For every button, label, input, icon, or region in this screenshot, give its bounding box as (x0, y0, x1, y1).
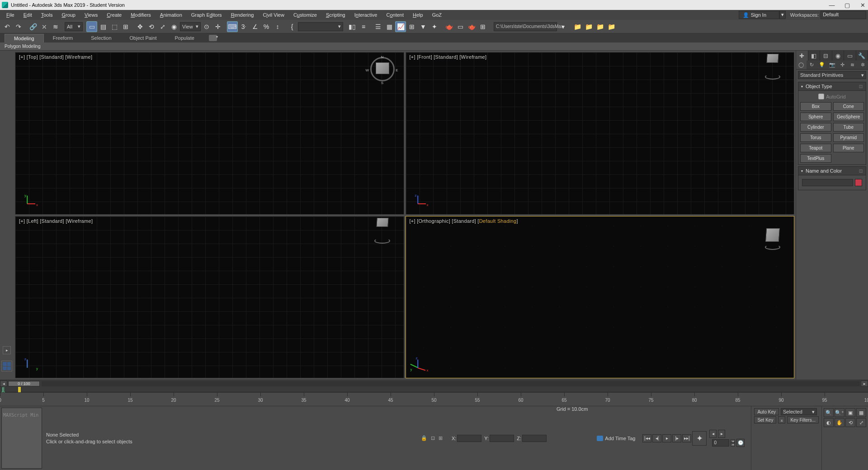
percent-snap-button[interactable]: % (261, 21, 272, 32)
render-production-button[interactable]: 🫖 (466, 21, 477, 32)
setkey-button[interactable]: Set Key (754, 416, 776, 423)
add-time-tag-button[interactable]: Add Time Tag (605, 436, 635, 441)
bind-spacewarp-button[interactable]: ≋ (50, 21, 61, 32)
particle-view-button[interactable]: ✦ (429, 21, 440, 32)
menu-file[interactable]: File (2, 11, 19, 19)
cp-sub-lights[interactable]: 💡 (816, 61, 827, 69)
mirror-button[interactable]: ▮▯ (347, 21, 358, 32)
workspaces-select[interactable]: Default (821, 11, 866, 19)
maxscript-mini-listener[interactable]: MAXScript Min (1, 408, 42, 469)
menu-edit[interactable]: Edit (19, 11, 37, 19)
x-coord-input[interactable] (457, 435, 481, 442)
menu-rendering[interactable]: Rendering (226, 11, 259, 19)
select-place-button[interactable]: ◉ (169, 21, 179, 32)
prev-key-button[interactable]: ◂ (709, 430, 717, 438)
viewcube-front[interactable] (760, 54, 785, 78)
scroll-right-button[interactable]: ▸ (861, 381, 868, 387)
time-config-button[interactable]: 🕑 (736, 439, 745, 447)
spinner-snap-button[interactable]: ↕ (272, 21, 283, 32)
menu-modifiers[interactable]: Modifiers (126, 11, 156, 19)
use-pivot-center-button[interactable]: ⊙ (201, 21, 212, 32)
viewport-top[interactable]: [+] [Top] [Standard] [Wireframe] N S E W… (15, 52, 404, 215)
field-of-view-button[interactable]: ◐ (824, 418, 834, 427)
autogrid-checkbox[interactable] (818, 94, 824, 99)
viewport-front[interactable]: [+] [Front] [Standard] [Wireframe] z x (406, 52, 795, 215)
menu-help[interactable]: Help (408, 11, 428, 19)
material-editor-button[interactable]: ▼ (418, 21, 429, 32)
viewport-left-label[interactable]: [+] [Left] [Standard] [Wireframe] (19, 218, 93, 224)
time-marker[interactable] (18, 387, 21, 392)
current-frame-input[interactable] (712, 439, 729, 446)
render-iterative-button[interactable]: ⊞ (477, 21, 488, 32)
time-range-thumb[interactable]: 0 / 100 (8, 381, 40, 386)
zoom-extents-button[interactable]: ▣ (845, 408, 855, 417)
cp-tab-display[interactable]: ▭ (844, 51, 856, 61)
pan-button[interactable]: ✋ (835, 418, 844, 427)
selection-lock-toggle-icon[interactable]: ⊞ (439, 435, 443, 441)
ribbon-tab-object-paint[interactable]: Object Paint (121, 34, 166, 42)
viewport-persp-label[interactable]: [+] [Orthographic] [Standard] [Default S… (410, 218, 518, 224)
zoom-extents-all-button[interactable]: ▦ (856, 408, 866, 417)
menu-scripting[interactable]: Scripting (321, 11, 350, 19)
autokey-button[interactable]: Auto Key (754, 408, 779, 415)
viewcube-persp[interactable] (760, 223, 785, 247)
toggle-ribbon-button[interactable]: ▦ (384, 21, 395, 32)
rollout-pin-icon[interactable]: ◫ (859, 169, 863, 173)
cp-tab-create[interactable]: ✚ (796, 51, 808, 61)
select-by-name-button[interactable]: ▤ (98, 21, 108, 32)
primitive-textplus-button[interactable]: TextPlus (800, 154, 831, 163)
align-button[interactable]: ≡ (358, 21, 369, 32)
primitive-sphere-button[interactable]: Sphere (800, 113, 831, 121)
schematic-view-button[interactable]: ⊞ (406, 21, 417, 32)
menu-views[interactable]: Views (80, 11, 102, 19)
select-move-button[interactable]: ✥ (135, 21, 146, 32)
ribbon-tab-selection[interactable]: Selection (82, 34, 120, 42)
time-ruler[interactable]: 0510152025303540455055606570758085909510… (0, 392, 868, 406)
object-color-swatch[interactable] (855, 179, 862, 186)
primitive-plane-button[interactable]: Plane (833, 144, 864, 152)
lock-selection-icon[interactable]: 🔒 (421, 435, 427, 441)
goto-end-button[interactable]: ▸▸| (682, 434, 691, 442)
project-path-field[interactable]: C:\Users\tste\Documents\3dsMax (494, 22, 557, 31)
render-setup-button[interactable]: 🫖 (443, 21, 454, 32)
primitive-pyramid-button[interactable]: Pyramid (833, 133, 864, 142)
primitive-torus-button[interactable]: Torus (800, 133, 831, 142)
frame-spin-down[interactable]: ▾ (731, 443, 735, 446)
isolate-selection-icon[interactable]: ⊡ (431, 435, 435, 441)
cp-tab-hierarchy[interactable]: ⊟ (820, 51, 832, 61)
close-button[interactable]: ✕ (859, 2, 866, 9)
cp-tab-modify[interactable]: ◧ (808, 51, 821, 61)
select-scale-button[interactable]: ⤢ (157, 21, 168, 32)
goto-start-button[interactable]: |◂◂ (642, 434, 651, 442)
cp-sub-cameras[interactable]: 📷 (827, 61, 837, 69)
ribbon-tab-populate[interactable]: Populate (165, 34, 203, 42)
ribbon-tab-modeling[interactable]: Modeling (5, 34, 44, 42)
minimize-button[interactable]: — (828, 2, 835, 9)
snap-toggle-button[interactable]: 3▫ (238, 21, 249, 32)
signin-dropdown[interactable]: ▾ (779, 11, 786, 19)
folder-button-1[interactable]: 📁 (572, 21, 583, 32)
folder-button-3[interactable]: 📁 (594, 21, 605, 32)
link-button[interactable]: 🔗 (28, 21, 38, 32)
zoom-button[interactable]: 🔍 (824, 408, 834, 417)
primitive-tube-button[interactable]: Tube (833, 123, 864, 132)
cp-tab-motion[interactable]: ◉ (832, 51, 844, 61)
maximize-button[interactable]: ▢ (844, 2, 851, 9)
primitive-box-button[interactable]: Box (800, 102, 831, 111)
folder-button-2[interactable]: 📁 (583, 21, 594, 32)
cp-sub-geometry[interactable]: ◯ (796, 61, 807, 69)
primitive-teapot-button[interactable]: Teapot (800, 144, 831, 152)
setkey-keys-button[interactable]: ⌅ (778, 416, 785, 423)
viewcube-top[interactable]: N S E W (370, 57, 395, 81)
max-toggle-button[interactable]: ⤢ (856, 418, 866, 427)
ribbon-panel-label[interactable]: Polygon Modeling (0, 42, 868, 51)
keyboard-shortcut-toggle[interactable]: ⌨ (227, 21, 238, 32)
select-object-button[interactable]: ▭ (86, 21, 97, 32)
menu-graph-editors[interactable]: Graph Editors (187, 11, 226, 19)
curve-editor-button[interactable]: 📈 (395, 21, 406, 32)
viewcube-left[interactable] (370, 218, 395, 242)
rollout-pin-icon[interactable]: ◫ (859, 84, 863, 89)
viewport-perspective[interactable]: [+] [Orthographic] [Standard] [Default S… (406, 216, 795, 379)
viewport-left[interactable]: [+] [Left] [Standard] [Wireframe] z y (15, 216, 404, 379)
y-coord-input[interactable] (490, 435, 514, 442)
